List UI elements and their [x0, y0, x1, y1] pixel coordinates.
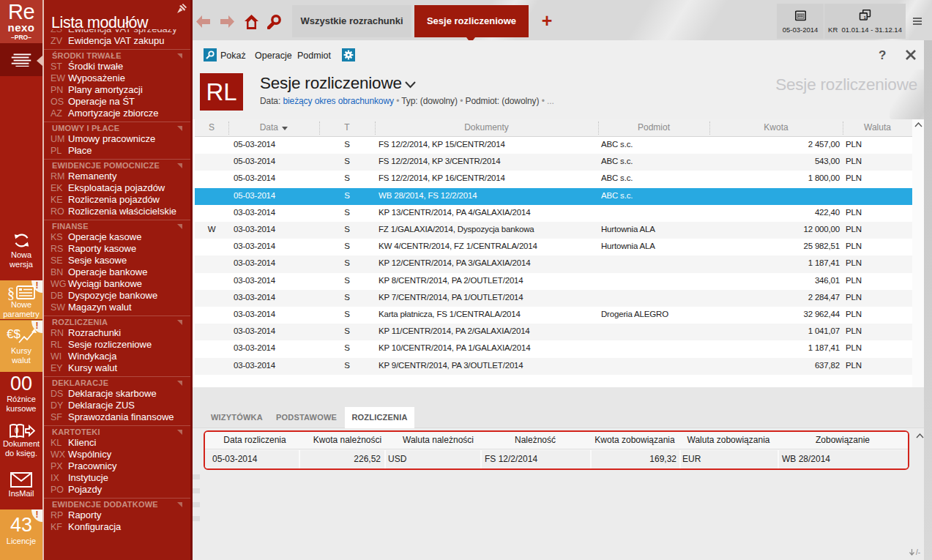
- svg-text:0: 0: [15, 427, 19, 435]
- svg-text:§: §: [7, 285, 15, 301]
- svg-text:€$: €$: [7, 327, 20, 341]
- svg-text:1: 1: [863, 15, 866, 20]
